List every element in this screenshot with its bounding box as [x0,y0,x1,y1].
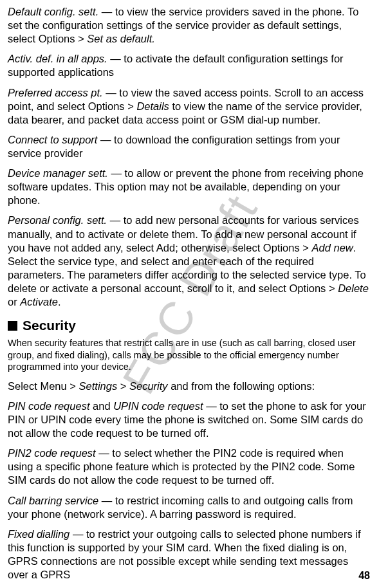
term-activate: Activate [20,296,58,308]
term-delete: Delete [338,282,369,294]
term-activ-def: Activ. def. in all apps. [8,53,107,64]
text: Select Menu > [8,380,79,392]
paragraph-fixed-dialling: Fixed dialling — to restrict your outgoi… [8,528,371,582]
paragraph-connect-support: Connect to support — to download the con… [8,133,371,160]
term-device-manager: Device manager sett. [8,167,108,179]
paragraph-device-manager: Device manager sett. — to allow or preve… [8,167,371,207]
term-pin-code: PIN code request [8,400,90,412]
paragraph-pin2-code: PIN2 code request — to select whether th… [8,446,371,487]
paragraph-pin-code: PIN code request and UPIN code request —… [8,400,371,440]
text: > [117,380,129,392]
text: and from the following options: [168,380,315,392]
paragraph-security-note: When security features that restrict cal… [8,337,371,373]
term-upin-code: UPIN code request [113,400,203,412]
paragraph-select-menu: Select Menu > Settings > Security and fr… [8,380,371,393]
term-pin2-code: PIN2 code request [8,447,96,459]
term-call-barring: Call barring service [8,495,98,506]
term-details: Details [136,100,169,112]
text: or [8,296,20,308]
text: and [90,400,114,412]
term-default-config: Default config. sett. [8,6,98,17]
term-settings: Settings [79,380,118,392]
paragraph-personal-config: Personal config. sett. — to add new pers… [8,214,371,309]
page-content: Default config. sett. — to view the serv… [8,5,371,582]
text: . [58,296,61,308]
paragraph-activ-def: Activ. def. in all apps. — to activate t… [8,52,371,79]
term-connect-support: Connect to support [8,134,97,145]
square-bullet-icon [8,321,17,331]
paragraph-default-config: Default config. sett. — to view the serv… [8,5,371,46]
term-fixed-dialling: Fixed dialling [8,528,69,540]
paragraph-preferred-access: Preferred access pt. — to view the saved… [8,86,371,127]
paragraph-call-barring: Call barring service — to restrict incom… [8,494,371,521]
term-security: Security [129,380,168,392]
heading-security: Security [8,318,371,333]
term-personal-config: Personal config. sett. [8,214,107,226]
heading-text: Security [23,318,76,333]
term-add-new: Add new [312,242,353,253]
term-set-as-default: Set as default. [87,33,155,44]
term-preferred-access: Preferred access pt. [8,87,103,98]
